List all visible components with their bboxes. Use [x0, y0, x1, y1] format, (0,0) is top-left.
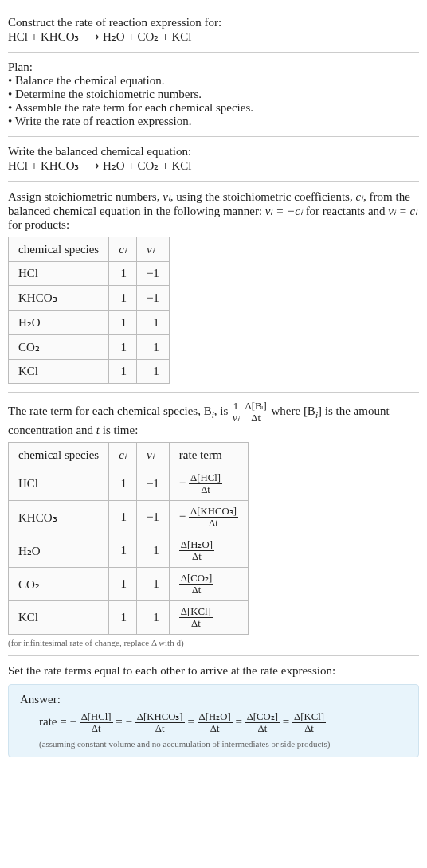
- frac-top: Δ[HCl]: [80, 711, 113, 723]
- infinitesimal-note: (for infinitesimal rate of change, repla…: [8, 638, 419, 647]
- rt-frac: Δ[HCl]Δt: [189, 472, 222, 495]
- table-row: KHCO₃ 1 −1: [9, 286, 170, 311]
- balanced-heading: Write the balanced chemical equation:: [8, 145, 419, 158]
- cell-species: HCl: [9, 467, 109, 501]
- cell-c: 1: [109, 501, 137, 534]
- term-frac: Δ[HCl]Δt: [80, 711, 113, 734]
- frac-bot: Δt: [179, 551, 214, 562]
- col-species: chemical species: [9, 443, 109, 467]
- cell-nu: −1: [136, 262, 169, 286]
- frac-bot: Δt: [135, 723, 185, 734]
- cell-nu: −1: [136, 286, 169, 311]
- answer-box: Answer: rate = − Δ[HCl]Δt = − Δ[KHCO₃]Δt…: [8, 684, 419, 757]
- rate-term-text: The rate term for each chemical species,…: [8, 401, 419, 437]
- term-frac: Δ[KCl]Δt: [292, 711, 326, 734]
- frac-top: Δ[KHCO₃]: [189, 506, 238, 518]
- eq-sep: =: [116, 715, 125, 728]
- rt-e: is time:: [100, 424, 138, 436]
- rate-term-table: chemical species cᵢ νᵢ rate term HCl 1 −…: [8, 442, 249, 635]
- table-row: KCl 1 1: [9, 360, 170, 384]
- prompt-reaction: HCl + KHCO₃ ⟶ H₂O + CO₂ + KCl: [8, 29, 419, 44]
- cell-c: 1: [109, 467, 137, 501]
- cell-species: KCl: [9, 601, 109, 635]
- cell-c: 1: [109, 534, 137, 568]
- table-row: KCl 1 1 Δ[KCl]Δt: [9, 601, 249, 635]
- answer-label: Answer:: [20, 693, 407, 706]
- stoich-text: Assign stoichiometric numbers, νᵢ, using…: [8, 190, 419, 232]
- table-row: H₂O 1 1: [9, 311, 170, 335]
- answer-disclaimer: (assuming constant volume and no accumul…: [39, 739, 407, 749]
- nui-label: νᵢ: [147, 243, 155, 256]
- balanced-section: Write the balanced chemical equation: HC…: [8, 137, 419, 182]
- cell-c: 1: [109, 262, 137, 286]
- frac-bot: Δt: [198, 723, 233, 734]
- frac-top: Δ[H₂O]: [198, 711, 233, 723]
- rt-frac: Δ[H₂O]Δt: [179, 539, 214, 562]
- cell-c: 1: [109, 335, 137, 360]
- frac-top: Δ[H₂O]: [179, 539, 214, 551]
- table-row: HCl 1 −1 − Δ[HCl]Δt: [9, 467, 249, 501]
- frac-top: 1: [231, 401, 241, 412]
- final-heading: Set the rate terms equal to each other t…: [8, 664, 419, 678]
- one-over-nu: 1νᵢ: [231, 401, 241, 424]
- col-nui: νᵢ: [136, 443, 169, 467]
- frac-top: Δ[HCl]: [189, 472, 222, 484]
- table-header-row: chemical species cᵢ νᵢ: [9, 237, 170, 262]
- eq-sep: =: [235, 715, 245, 728]
- frac-top: Δ[KCl]: [179, 606, 213, 618]
- col-nui: νᵢ: [136, 237, 169, 262]
- ci-label: cᵢ: [119, 243, 127, 256]
- cell-c: 1: [109, 286, 137, 311]
- cell-rate-term: Δ[H₂O]Δt: [169, 534, 248, 568]
- plan-item: • Assemble the rate term for each chemic…: [8, 101, 419, 115]
- rt-frac: Δ[KCl]Δt: [179, 606, 213, 629]
- rt-c: where [B: [271, 405, 315, 417]
- cell-rate-term: Δ[KCl]Δt: [169, 601, 248, 635]
- cell-species: H₂O: [9, 534, 109, 568]
- cell-c: 1: [109, 360, 137, 384]
- table-row: CO₂ 1 1: [9, 335, 170, 360]
- nu-eq-neg-c: νᵢ = −cᵢ: [265, 205, 303, 217]
- frac-bot: Δt: [179, 585, 214, 596]
- table-row: CO₂ 1 1 Δ[CO₂]Δt: [9, 568, 249, 601]
- stoich-section: Assign stoichiometric numbers, νᵢ, using…: [8, 182, 419, 393]
- frac-top: Δ[KCl]: [292, 711, 326, 723]
- cell-c: 1: [109, 601, 137, 635]
- balanced-reaction: HCl + KHCO₃ ⟶ H₂O + CO₂ + KCl: [8, 158, 419, 173]
- rate-term-section: The rate term for each chemical species,…: [8, 393, 419, 656]
- cell-nu: 1: [136, 534, 169, 568]
- text-d: for reactants and: [303, 205, 388, 217]
- cell-nu: 1: [136, 360, 169, 384]
- cell-species: KHCO₃: [9, 501, 109, 534]
- frac-bot: Δt: [292, 723, 326, 734]
- frac-bot: Δt: [244, 412, 268, 424]
- rt-a: The rate term for each chemical species,…: [8, 405, 212, 417]
- frac-top: Δ[KHCO₃]: [135, 711, 185, 723]
- frac-bot: Δt: [189, 518, 238, 529]
- neg: −: [179, 510, 189, 522]
- table-row: H₂O 1 1 Δ[H₂O]Δt: [9, 534, 249, 568]
- col-species: chemical species: [9, 237, 109, 262]
- term-frac: Δ[CO₂]Δt: [245, 711, 280, 734]
- plan-item: • Write the rate of reaction expression.: [8, 115, 419, 128]
- nui-label: νᵢ: [147, 448, 155, 461]
- ci-label: cᵢ: [119, 448, 127, 461]
- cell-nu: 1: [136, 601, 169, 635]
- frac-bot: Δt: [245, 723, 280, 734]
- cell-nu: 1: [136, 568, 169, 601]
- cell-rate-term: − Δ[HCl]Δt: [169, 467, 248, 501]
- plan-item: • Balance the chemical equation.: [8, 74, 419, 88]
- plan-section: Plan: • Balance the chemical equation. •…: [8, 53, 419, 137]
- dbi-dt: Δ[Bᵢ]Δt: [244, 401, 268, 424]
- cell-c: 1: [109, 311, 137, 335]
- cell-rate-term: − Δ[KHCO₃]Δt: [169, 501, 248, 534]
- frac-bot: Δt: [189, 484, 222, 495]
- cell-nu: 1: [136, 335, 169, 360]
- neg: −: [69, 715, 79, 728]
- text-b: , using the stoichiometric coefficients,: [170, 190, 356, 203]
- rate-expression: rate = − Δ[HCl]Δt = − Δ[KHCO₃]Δt = Δ[H₂O…: [39, 711, 407, 734]
- c-i: cᵢ: [355, 190, 363, 203]
- rt-frac: Δ[KHCO₃]Δt: [189, 506, 238, 529]
- plan-heading: Plan:: [8, 61, 419, 74]
- col-rate-term: rate term: [169, 443, 248, 467]
